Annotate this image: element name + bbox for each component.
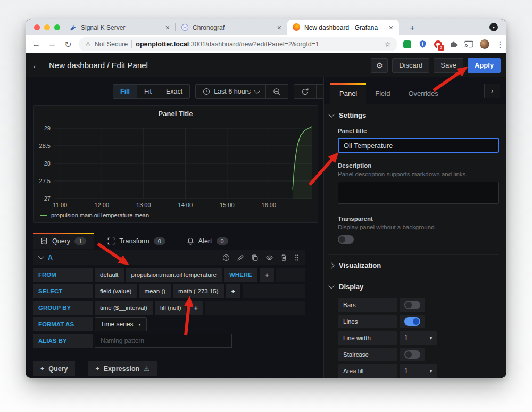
tab-label: Alert — [198, 237, 212, 245]
browser-tab-signalk[interactable]: Signal K Server × — [64, 20, 176, 35]
query-tabs: Query 1 Transform 0 Alert 0 — [33, 233, 305, 249]
tab-field[interactable]: Field — [366, 83, 399, 104]
time-range-picker[interactable]: Last 6 hours — [196, 85, 266, 98]
plus-icon: + — [95, 365, 99, 373]
query-row-header[interactable]: A — [33, 250, 305, 265]
add-groupby-button[interactable]: + — [188, 301, 203, 315]
browser-tab-chronograf[interactable]: Chronograf × — [176, 20, 287, 35]
bars-toggle[interactable] — [404, 301, 420, 309]
clock-icon — [203, 88, 210, 95]
groupby-time-segment[interactable]: time ($__interval) — [95, 301, 153, 315]
alias-by-input[interactable] — [95, 334, 232, 348]
tab-overrides[interactable]: Overrides — [399, 83, 447, 104]
tab-search-button[interactable]: ▾ — [489, 23, 498, 31]
staircase-toggle[interactable] — [404, 350, 420, 359]
select-math-segment[interactable]: math (-273.15) — [173, 284, 223, 298]
back-arrow-icon[interactable]: ← — [31, 60, 41, 71]
close-icon[interactable]: × — [387, 23, 395, 32]
x-tick-label: 13:00 — [136, 202, 151, 208]
add-expression-button[interactable]: + Expression ⚠ — [88, 361, 156, 376]
url-path: :3001/dashboard/new?editPanel=2&orgId=1 — [189, 40, 319, 48]
from-policy-segment[interactable]: default — [95, 268, 124, 282]
fit-mode-button[interactable]: Fit — [137, 85, 159, 98]
chrome-menu-icon[interactable]: ⋮ — [496, 39, 501, 50]
tab-transform[interactable]: Transform 0 — [100, 233, 173, 249]
edit-pencil-icon[interactable] — [237, 254, 244, 261]
browser-window: Signal K Server × Chronograf × New dashb… — [26, 19, 506, 378]
panel-preview[interactable]: Panel Title 2928.52827.52711:0012:0013:0… — [33, 105, 318, 223]
bell-icon — [187, 237, 194, 245]
new-tab-button[interactable]: + — [406, 23, 418, 35]
display-section-header[interactable]: Display — [329, 283, 499, 291]
save-button[interactable]: Save — [434, 58, 463, 73]
hide-query-eye-icon[interactable] — [265, 254, 273, 261]
resize-grip[interactable] — [493, 198, 497, 202]
forward-button[interactable]: → — [47, 39, 57, 49]
help-icon[interactable] — [222, 254, 230, 261]
chevron-down-icon — [254, 88, 260, 94]
duplicate-icon[interactable] — [251, 254, 259, 261]
red-extension-icon[interactable]: 2 — [434, 40, 443, 49]
add-condition-button[interactable]: + — [260, 268, 275, 282]
add-query-button[interactable]: + Query — [33, 361, 75, 376]
transparent-toggle[interactable] — [338, 235, 354, 244]
tab-panel[interactable]: Panel — [330, 83, 366, 104]
panel-title-input[interactable] — [338, 138, 499, 153]
apply-button[interactable]: Apply — [468, 58, 501, 73]
collapse-sidebar-button[interactable]: › — [484, 84, 500, 98]
discard-button[interactable]: Discard — [392, 58, 429, 73]
groupby-fill-segment[interactable]: fill (null) — [155, 301, 187, 315]
line-width-select[interactable]: 1 ▾ — [400, 331, 437, 345]
size-mode-group: Fill Fit Exact — [113, 84, 190, 99]
select-field-segment[interactable]: field (value) — [95, 284, 137, 298]
exact-mode-button[interactable]: Exact — [159, 85, 189, 98]
from-measurement-segment[interactable]: propulsion.main.oilTemperature — [126, 268, 222, 282]
zoom-out-button[interactable] — [266, 85, 288, 98]
time-range-group: Last 6 hours — [195, 84, 288, 99]
evernote-extension-icon[interactable] — [403, 40, 412, 49]
fill-mode-button[interactable]: Fill — [113, 85, 137, 98]
transform-icon — [107, 237, 115, 245]
tab-query[interactable]: Query 1 — [33, 233, 94, 249]
grafana-icon — [293, 23, 301, 31]
gear-icon: ⚙ — [376, 61, 383, 70]
add-select-button[interactable]: + — [226, 284, 241, 298]
option-label: Lines — [338, 315, 397, 328]
lines-toggle[interactable] — [404, 317, 420, 326]
x-tick-label: 16:00 — [262, 202, 277, 208]
extensions-puzzle-icon[interactable] — [449, 40, 458, 49]
close-icon[interactable]: × — [276, 23, 283, 32]
back-button[interactable]: ← — [31, 39, 41, 49]
bookmark-star-icon[interactable]: ☆ — [384, 40, 391, 48]
close-window-button[interactable] — [34, 24, 40, 30]
zoom-window-button[interactable] — [54, 24, 60, 30]
y-tick-label: 28.5 — [39, 143, 51, 149]
visualization-section-header[interactable]: Visualization — [329, 261, 499, 269]
shield-extension-icon[interactable] — [418, 40, 427, 49]
panel-settings-gear-button[interactable]: ⚙ — [371, 58, 388, 73]
chevron-down-icon: ▾ — [430, 369, 432, 374]
address-divider — [131, 40, 132, 48]
tab-alert[interactable]: Alert 0 — [179, 233, 236, 249]
series-area — [293, 127, 312, 199]
browser-tab-grafana[interactable]: New dashboard - Grafana × — [287, 20, 399, 35]
description-textarea[interactable] — [338, 182, 499, 204]
close-icon[interactable]: × — [164, 23, 171, 32]
select-mean-segment[interactable]: mean () — [139, 284, 171, 298]
cast-icon[interactable] — [464, 40, 473, 49]
reload-button[interactable]: ↻ — [63, 39, 73, 50]
where-keyword[interactable]: WHERE — [224, 268, 257, 282]
drag-handle-icon[interactable] — [294, 254, 300, 261]
settings-section-header[interactable]: Settings — [329, 111, 499, 119]
minimize-window-button[interactable] — [44, 24, 50, 30]
from-label: FROM — [33, 268, 93, 282]
transform-count-badge: 0 — [154, 237, 165, 245]
address-bar[interactable]: ⚠ Not Secure openplotter.local:3001/dash… — [79, 37, 397, 51]
refresh-button[interactable] — [294, 85, 317, 98]
format-as-select[interactable]: Time series ▾ — [95, 317, 147, 331]
profile-avatar[interactable] — [480, 39, 489, 49]
chart-legend[interactable]: propulsion.main.oilTemperature.mean — [40, 212, 149, 218]
trash-icon[interactable] — [280, 254, 287, 261]
area-fill-select[interactable]: 1 ▾ — [400, 364, 437, 378]
chevron-down-icon: ▾ — [430, 336, 432, 341]
